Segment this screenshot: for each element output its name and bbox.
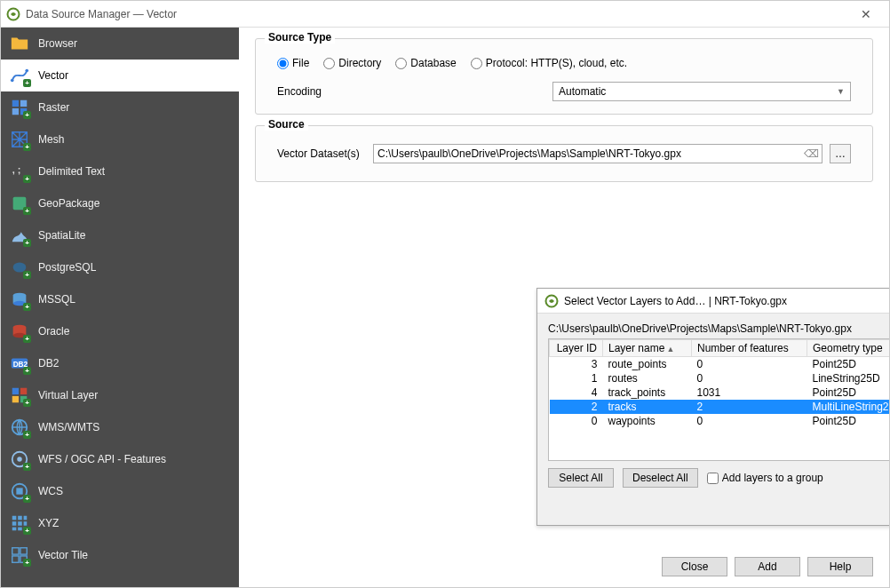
source-type-radios: File Directory Database Protocol: HTTP(S… [277,57,860,69]
cell-num-features: 0 [692,357,807,372]
pg-icon: + [10,258,29,277]
add-to-group-checkbox[interactable]: Add layers to a group [707,472,823,484]
cell-num-features: 0 [692,414,807,428]
sidebar-item-label: SpatiaLite [38,229,85,242]
plus-badge-icon: + [23,527,31,535]
add-button[interactable]: Add [735,557,800,576]
cell-num-features: 1031 [692,385,807,400]
sidebar-item-spatialite[interactable]: +SpatiaLite [1,219,239,251]
window-close-button[interactable]: ✕ [848,7,884,21]
radio-file-label: File [292,57,309,69]
dataset-row: Vector Dataset(s) ⌫ … [277,144,851,163]
xyz-icon: + [10,513,29,533]
close-button[interactable]: Close [662,557,727,576]
svg-rect-3 [12,100,19,107]
sidebar-item-raster[interactable]: +Raster [1,91,239,123]
encoding-combo[interactable]: Automatic ▼ [552,82,851,101]
sidebar-item-delimited-text[interactable]: , ;+Delimited Text [1,155,239,187]
sidebar-item-mesh[interactable]: +Mesh [1,123,239,155]
svg-point-24 [17,457,22,462]
svg-point-2 [25,69,28,73]
dataset-input-wrap: ⌫ [373,144,822,163]
sidebar-item-db2[interactable]: DB2+DB2 [1,347,239,379]
source-group: Source Vector Dataset(s) ⌫ … [255,125,873,182]
plus-badge-icon: + [23,335,31,343]
sidebar-item-label: PostgreSQL [38,261,96,274]
col-geom-type[interactable]: Geometry type [807,340,891,357]
table-row[interactable]: 0waypoints0Point25D [550,414,891,428]
radio-protocol[interactable]: Protocol: HTTP(S), cloud, etc. [471,57,627,69]
help-button[interactable]: Help [807,557,873,576]
table-row[interactable]: 4track_points1031Point25D [550,385,891,400]
plus-badge-icon: + [23,175,31,183]
sidebar-item-label: Browser [38,37,77,50]
cell-layer-name: routes [603,371,692,385]
dialog-titlebar: Select Vector Layers to Add… | NRT-Tokyo… [537,289,890,314]
radio-database[interactable]: Database [395,57,456,69]
clear-input-icon[interactable]: ⌫ [804,147,818,160]
col-layer-id[interactable]: Layer ID [550,340,603,357]
svg-rect-33 [12,528,17,531]
source-type-title: Source Type [265,31,335,44]
cell-geom-type: Point25D [807,357,891,372]
radio-database-label: Database [410,57,456,69]
sidebar-item-wfs-ogc-api-features[interactable]: +WFS / OGC API - Features [1,443,239,475]
table-row[interactable]: 3route_points0Point25D [550,357,891,372]
plus-badge-icon: + [23,143,31,151]
app-icon [6,7,20,21]
mesh-icon: + [10,130,29,149]
radio-directory[interactable]: Directory [323,57,381,69]
mssql-icon: + [10,290,29,309]
virtual-icon: + [10,385,29,405]
deselect-all-button[interactable]: Deselect All [623,468,698,488]
sidebar-item-oracle[interactable]: +Oracle [1,315,239,347]
source-type-group: Source Type File Directory Database Prot… [255,38,873,115]
sidebar-item-wcs[interactable]: +WCS [1,475,239,507]
window-title: Data Source Manager — Vector [26,8,848,20]
sidebar-item-label: MSSQL [38,293,75,306]
svg-rect-18 [12,388,19,394]
svg-rect-37 [20,548,27,554]
table-row[interactable]: 1routes0LineString25D [550,371,891,385]
table-row[interactable]: 2tracks2MultiLineString25D [550,400,891,414]
sidebar-item-postgresql[interactable]: +PostgreSQL [1,251,239,283]
svg-rect-29 [24,516,28,520]
select-all-button[interactable]: Select All [548,468,614,488]
sidebar-item-label: Delimited Text [38,165,105,178]
plus-badge-icon: + [23,431,31,439]
sidebar-item-virtual-layer[interactable]: +Virtual Layer [1,379,239,411]
plus-badge-icon: + [23,367,31,375]
raster-icon: + [10,98,29,117]
sidebar-item-mssql[interactable]: +MSSQL [1,283,239,315]
browse-button[interactable]: … [830,144,851,163]
spatialite-icon: + [10,226,29,245]
dataset-label: Vector Dataset(s) [277,147,366,160]
radio-directory-label: Directory [338,57,381,69]
sidebar-item-wms-wmts[interactable]: +WMS/WMTS [1,411,239,443]
sidebar-item-label: Virtual Layer [38,389,98,401]
svg-rect-19 [20,388,27,394]
sidebar-item-label: Mesh [38,133,64,146]
radio-file[interactable]: File [277,57,309,69]
cell-layer-name: waypoints [603,414,692,428]
svg-rect-26 [16,488,22,494]
sidebar-item-label: WCS [38,485,63,497]
col-num-features[interactable]: Number of features [692,340,807,357]
dataset-input[interactable] [377,147,804,160]
plus-badge-icon: + [23,207,31,215]
sidebar-item-xyz[interactable]: +XYZ [1,507,239,539]
sidebar-item-vector-tile[interactable]: +Vector Tile [1,539,239,571]
plus-badge-icon: + [23,239,31,247]
svg-rect-36 [12,548,19,554]
sidebar-item-browser[interactable]: Browser [1,28,239,60]
col-layer-name[interactable]: Layer name▲ [603,340,692,357]
plus-badge-icon: + [23,303,31,311]
oracle-icon: + [10,322,29,341]
vectortile-icon: + [10,545,29,565]
sidebar-item-label: DB2 [38,357,59,369]
sidebar-item-vector[interactable]: +Vector [1,60,239,91]
cell-layer-id: 4 [550,385,603,400]
sidebar-item-label: XYZ [38,517,59,529]
sidebar-item-geopackage[interactable]: +GeoPackage [1,187,239,219]
main-panel: Source Type File Directory Database Prot… [239,28,889,587]
